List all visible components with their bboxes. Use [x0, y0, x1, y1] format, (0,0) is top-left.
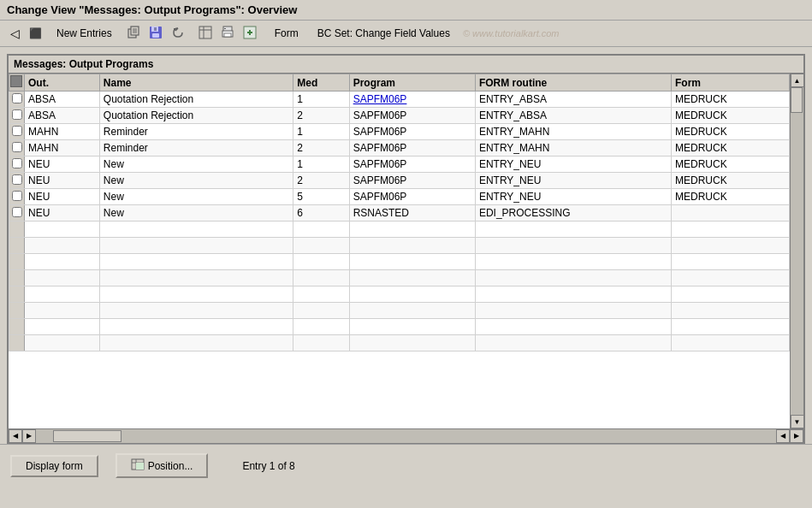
table-row[interactable]: NEUNew2SAPFM06PENTRY_NEUMEDRUCK: [9, 173, 790, 189]
row-selector[interactable]: [9, 157, 25, 173]
h-scroll-track[interactable]: [36, 429, 776, 443]
table-row[interactable]: NEUNew6RSNASTEDEDI_PROCESSING: [9, 205, 790, 222]
action-bar: Display form Position... Entry 1 of 8: [0, 444, 812, 487]
table-row[interactable]: MAHNReminder2SAPFM06PENTRY_MAHNMEDRUCK: [9, 140, 790, 157]
form-btn[interactable]: Form: [270, 24, 303, 43]
cell-form: MEDRUCK: [672, 124, 790, 140]
expand-btn[interactable]: [240, 24, 260, 43]
back-btn[interactable]: ◁: [5, 24, 24, 43]
cell-form: MEDRUCK: [672, 173, 790, 189]
cell-med: 2: [293, 173, 349, 189]
h-scroll-prev-btn[interactable]: ◀: [9, 429, 22, 443]
row-selector[interactable]: [9, 108, 25, 124]
new-entries-label: New Entries: [56, 27, 112, 39]
empty-cell: [475, 222, 671, 238]
row-checkbox[interactable]: [12, 126, 22, 136]
cell-form-routine: ENTRY_NEU: [475, 157, 671, 173]
empty-cell: [25, 303, 100, 319]
cell-form-routine: ENTRY_NEU: [475, 189, 671, 205]
program-link[interactable]: SAPFM06P: [353, 93, 407, 105]
row-selector[interactable]: [9, 140, 25, 157]
cell-name: New: [99, 173, 293, 189]
scroll-thumb[interactable]: [791, 87, 803, 113]
row-checkbox[interactable]: [12, 158, 22, 168]
empty-cell: [293, 270, 349, 286]
horizontal-scrollbar[interactable]: ◀ ▶ ◀ ▶: [9, 428, 803, 442]
vertical-scrollbar[interactable]: ▲ ▼: [790, 74, 803, 428]
print-btn[interactable]: [217, 24, 238, 43]
empty-cell: [475, 254, 671, 270]
cell-out: NEU: [25, 157, 100, 173]
empty-cell: [25, 222, 100, 238]
cell-name: Quotation Rejection: [99, 108, 293, 124]
cell-med: 1: [293, 157, 349, 173]
row-checkbox[interactable]: [12, 174, 22, 185]
save-icon: [149, 26, 163, 41]
row-checkbox[interactable]: [12, 93, 22, 103]
empty-row: [9, 319, 790, 335]
row-selector[interactable]: [9, 173, 25, 189]
cell-program[interactable]: SAPFM06P: [349, 92, 475, 108]
col-name-header: Name: [99, 74, 293, 92]
table-row[interactable]: NEUNew5SAPFM06PENTRY_NEUMEDRUCK: [9, 189, 790, 205]
h-scroll-right-nav-btn[interactable]: ◀: [776, 429, 790, 443]
table-row[interactable]: ABSAQuotation Rejection2SAPFM06PENTRY_AB…: [9, 108, 790, 124]
bc-set-label: BC Set: Change Field Values: [317, 27, 450, 39]
row-checkbox[interactable]: [12, 191, 22, 201]
row-checkbox[interactable]: [12, 109, 22, 120]
empty-cell: [99, 222, 293, 238]
cell-form: MEDRUCK: [672, 92, 790, 108]
new-entries-btn[interactable]: New Entries: [52, 24, 116, 43]
page-title: Change View "Messages: Output Programs":…: [7, 3, 297, 16]
copy-icon: [127, 26, 140, 41]
empty-cell: [349, 238, 475, 254]
row-selector[interactable]: [9, 205, 25, 222]
empty-cell: [99, 270, 293, 286]
cell-program: RSNASTED: [349, 205, 475, 222]
undo-icon: [171, 26, 185, 41]
cell-form: MEDRUCK: [672, 189, 790, 205]
cell-out: NEU: [25, 173, 100, 189]
empty-cell: [25, 270, 100, 286]
row-selector[interactable]: [9, 189, 25, 205]
h-scroll-thumb[interactable]: [53, 430, 122, 442]
col-program-header: Program: [349, 74, 475, 92]
position-btn[interactable]: Position...: [116, 453, 209, 478]
cell-out: NEU: [25, 205, 100, 222]
exit-btn[interactable]: ⬛: [26, 24, 45, 43]
display-form-btn[interactable]: Display form: [10, 455, 98, 477]
cell-out: ABSA: [25, 92, 100, 108]
position-label: Position...: [148, 460, 193, 472]
empty-cell: [293, 222, 349, 238]
empty-cell: [672, 286, 790, 303]
cell-program: SAPFM06P: [349, 189, 475, 205]
row-selector[interactable]: [9, 124, 25, 140]
save-btn[interactable]: [145, 24, 166, 43]
empty-cell: [349, 270, 475, 286]
row-selector[interactable]: [9, 92, 25, 108]
h-scroll-next-btn[interactable]: ▶: [22, 429, 36, 443]
col-selector-header: [9, 74, 25, 92]
table-row[interactable]: MAHNReminder1SAPFM06PENTRY_MAHNMEDRUCK: [9, 124, 790, 140]
svg-rect-7: [152, 33, 159, 38]
row-checkbox[interactable]: [12, 142, 22, 152]
scroll-down-btn[interactable]: ▼: [791, 415, 804, 428]
empty-cell: [349, 222, 475, 238]
empty-cell: [475, 238, 671, 254]
empty-cell: [475, 335, 671, 351]
scroll-up-btn[interactable]: ▲: [791, 74, 804, 87]
empty-cell: [293, 335, 349, 351]
table-row[interactable]: NEUNew1SAPFM06PENTRY_NEUMEDRUCK: [9, 157, 790, 173]
display-form-label: Display form: [26, 460, 83, 472]
table-container: Out. Name Med Program FORM routine Form …: [9, 74, 803, 428]
cell-med: 6: [293, 205, 349, 222]
h-scroll-right-end-btn[interactable]: ▶: [790, 429, 803, 443]
bc-set-btn[interactable]: BC Set: Change Field Values: [313, 24, 454, 43]
undo-btn[interactable]: [168, 24, 188, 43]
row-checkbox[interactable]: [12, 207, 22, 217]
scroll-track[interactable]: [791, 87, 804, 415]
table-row[interactable]: ABSAQuotation Rejection1SAPFM06PENTRY_AB…: [9, 92, 790, 108]
copy-btn[interactable]: [123, 24, 144, 43]
cell-form: MEDRUCK: [672, 140, 790, 157]
table-settings-btn[interactable]: [195, 24, 216, 43]
